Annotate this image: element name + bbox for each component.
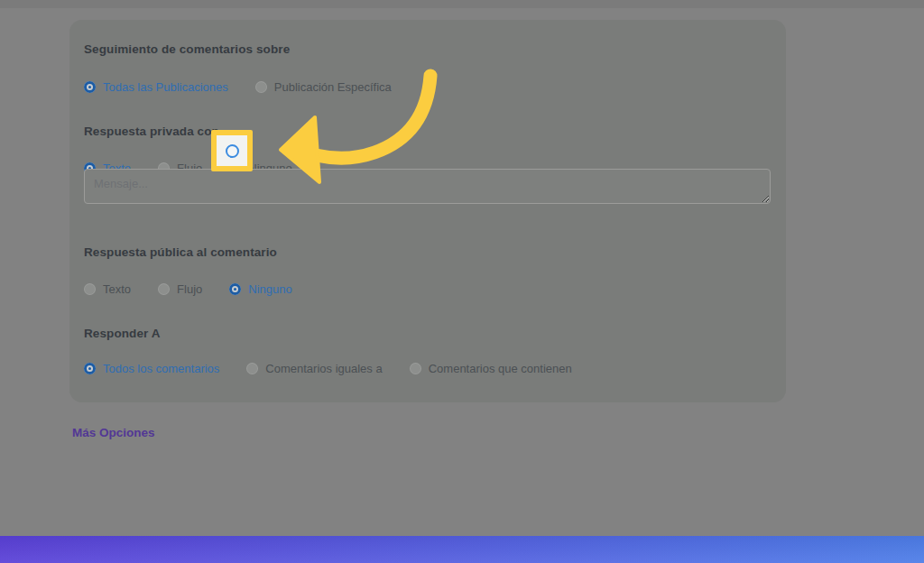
radio-unselected-icon[interactable] xyxy=(246,363,258,374)
radio-option-todas-las-publicaciones[interactable]: Todas las Publicaciones xyxy=(84,80,228,94)
section-respuesta-privada: Respuesta privada con xyxy=(84,125,219,138)
private-reply-message-input[interactable] xyxy=(84,169,771,204)
section-heading: Responder A xyxy=(84,327,161,340)
radio-group-responder-a: Todos los comentarios Comentarios iguale… xyxy=(84,362,572,375)
radio-selected-icon[interactable] xyxy=(84,81,96,93)
section-responder-a: Responder A xyxy=(84,327,161,340)
radio-option-label: Comentarios que contienen xyxy=(429,362,572,375)
radio-option-publicacion-especifica[interactable]: Publicación Específica xyxy=(255,80,392,94)
bottom-gradient-bar xyxy=(0,536,924,563)
radio-option-ninguno-publica[interactable]: Ninguno xyxy=(229,282,291,296)
radio-option-todos-los-comentarios[interactable]: Todos los comentarios xyxy=(84,362,219,375)
radio-unselected-icon[interactable] xyxy=(84,283,96,295)
section-seguimiento: Seguimiento de comentarios sobre xyxy=(84,42,290,56)
page-top-edge xyxy=(0,0,924,8)
radio-option-comentarios-iguales[interactable]: Comentarios iguales a xyxy=(246,362,382,375)
radio-option-texto-publica[interactable]: Texto xyxy=(84,282,131,296)
radio-option-label: Ninguno xyxy=(248,282,291,296)
radio-unselected-icon[interactable] xyxy=(255,81,267,93)
radio-option-label: Flujo xyxy=(177,282,202,296)
section-respuesta-publica: Respuesta pública al comentario xyxy=(84,245,277,259)
radio-selected-icon[interactable] xyxy=(229,283,241,295)
radio-selected-icon[interactable] xyxy=(84,363,96,374)
radio-unselected-icon[interactable] xyxy=(158,283,170,295)
automation-settings-card: Seguimiento de comentarios sobre Todas l… xyxy=(69,20,786,402)
radio-option-flujo-publica[interactable]: Flujo xyxy=(158,282,202,296)
highlighted-radio-icon[interactable] xyxy=(226,144,239,158)
radio-option-label: Todos los comentarios xyxy=(103,362,219,375)
radio-option-label: Texto xyxy=(103,282,131,296)
more-options-link[interactable]: Más Opciones xyxy=(72,426,155,439)
section-heading: Respuesta pública al comentario xyxy=(84,245,277,259)
radio-option-label: Comentarios iguales a xyxy=(265,362,382,375)
radio-option-label: Publicación Específica xyxy=(274,80,392,94)
radio-group-respuesta-publica: Texto Flujo Ninguno xyxy=(84,282,292,296)
radio-group-seguimiento: Todas las Publicaciones Publicación Espe… xyxy=(84,80,392,94)
section-heading: Seguimiento de comentarios sobre xyxy=(84,42,290,56)
radio-unselected-icon[interactable] xyxy=(410,363,421,374)
section-heading: Respuesta privada con xyxy=(84,125,219,138)
highlight-box xyxy=(211,130,253,171)
radio-option-comentarios-contienen[interactable]: Comentarios que contienen xyxy=(410,362,572,375)
radio-option-label: Todas las Publicaciones xyxy=(103,80,228,94)
